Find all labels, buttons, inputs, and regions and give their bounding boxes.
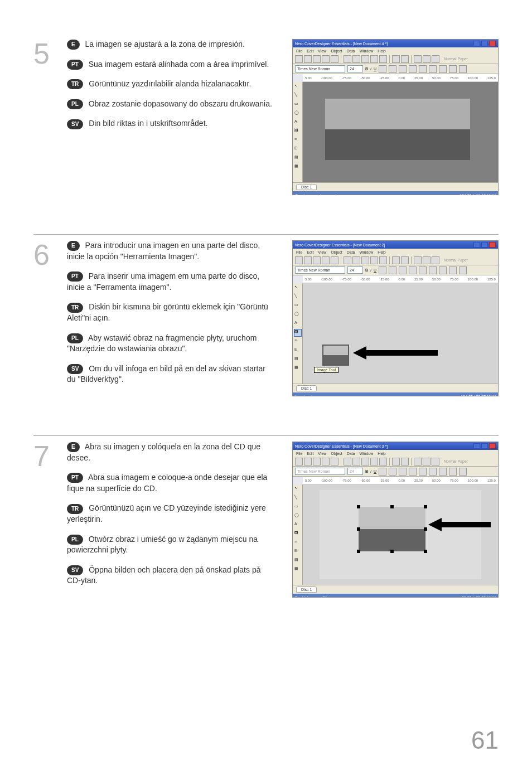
grid-tool-icon[interactable]: ▦ <box>294 163 302 171</box>
group-icon[interactable] <box>429 468 437 476</box>
line-tool-icon[interactable]: ╲ <box>294 494 302 502</box>
menu-view[interactable]: View <box>318 452 326 455</box>
redo-icon[interactable] <box>401 256 409 264</box>
menu-object[interactable]: Object <box>331 250 342 254</box>
props-icon[interactable] <box>423 256 431 264</box>
menu-object[interactable]: Object <box>331 49 342 53</box>
dup-icon[interactable] <box>379 55 387 63</box>
maximize-button[interactable] <box>481 242 488 248</box>
open-icon[interactable] <box>304 256 312 264</box>
tab-disc1[interactable]: Disc 1 <box>296 586 317 593</box>
field-tool-icon[interactable]: E <box>294 548 302 556</box>
help-icon[interactable] <box>414 458 422 465</box>
front-icon[interactable] <box>409 468 417 476</box>
text-tool-icon[interactable]: A <box>294 521 302 529</box>
placed-image[interactable] <box>359 507 425 551</box>
rect-tool-icon[interactable]: ▭ <box>294 302 302 310</box>
menu-view[interactable]: View <box>318 49 326 53</box>
menu-data[interactable]: Data <box>347 49 355 53</box>
globe-icon[interactable] <box>331 458 338 465</box>
ellipse-tool-icon[interactable]: ◯ <box>294 311 302 319</box>
undo-icon[interactable] <box>392 458 400 465</box>
menu-window[interactable]: Window <box>359 49 373 53</box>
text-tool-icon[interactable]: A <box>294 320 302 328</box>
copy-icon[interactable] <box>352 256 360 264</box>
props-icon[interactable] <box>423 55 431 63</box>
minimize-button[interactable] <box>473 242 480 248</box>
brush-icon[interactable] <box>389 65 396 73</box>
image-tool-icon[interactable]: 🖼 <box>294 329 302 337</box>
minimize-button[interactable] <box>473 41 480 46</box>
canvas[interactable] <box>303 82 498 182</box>
menu-file[interactable]: File <box>296 49 302 53</box>
resize-handle[interactable] <box>424 527 427 531</box>
color-icon[interactable] <box>379 468 386 476</box>
group-icon[interactable] <box>429 266 437 274</box>
grid-tool-icon[interactable]: ▦ <box>294 365 302 372</box>
back-icon[interactable] <box>419 266 427 274</box>
grid-icon[interactable] <box>449 468 457 476</box>
grid-tool-icon[interactable]: ▦ <box>294 566 302 574</box>
ungroup-icon[interactable] <box>439 266 447 274</box>
help-icon[interactable] <box>414 256 422 264</box>
resize-handle[interactable] <box>357 550 360 553</box>
menu-help[interactable]: Help <box>378 452 385 455</box>
image-tool-icon[interactable]: 🖼 <box>294 128 302 135</box>
snap-icon[interactable] <box>459 266 467 274</box>
bold-icon[interactable]: B <box>365 268 368 272</box>
paste-icon[interactable] <box>361 458 369 465</box>
rect-tool-icon[interactable]: ▭ <box>294 101 302 109</box>
color-icon[interactable] <box>379 266 386 274</box>
text-tool-icon[interactable]: A <box>294 119 302 127</box>
ungroup-icon[interactable] <box>439 65 447 73</box>
brush-icon[interactable] <box>389 468 396 476</box>
resize-handle[interactable] <box>357 527 360 531</box>
globe-icon[interactable] <box>331 256 338 264</box>
brush-icon[interactable] <box>389 266 396 274</box>
snap-icon[interactable] <box>459 468 467 476</box>
paste-icon[interactable] <box>361 55 369 63</box>
minimize-button[interactable] <box>473 443 480 449</box>
group-icon[interactable] <box>429 65 437 73</box>
menu-edit[interactable]: Edit <box>307 452 313 455</box>
maximize-button[interactable] <box>481 443 488 449</box>
save-icon[interactable] <box>313 458 321 465</box>
track-tool-icon[interactable]: ▤ <box>294 154 302 162</box>
print-icon[interactable] <box>322 55 330 63</box>
field-tool-icon[interactable]: E <box>294 347 302 355</box>
print-icon[interactable] <box>322 458 330 465</box>
resize-handle[interactable] <box>390 550 394 553</box>
tab-disc1[interactable]: Disc 1 <box>296 385 317 391</box>
list-tool-icon[interactable]: ≡ <box>294 137 302 144</box>
open-icon[interactable] <box>304 458 312 465</box>
size-select[interactable]: 24 <box>347 266 363 274</box>
menu-file[interactable]: File <box>296 250 302 254</box>
size-select[interactable]: 24 <box>347 65 363 72</box>
globe-icon[interactable] <box>331 55 338 63</box>
menu-view[interactable]: View <box>318 250 326 254</box>
back-icon[interactable] <box>419 65 427 73</box>
delete-icon[interactable] <box>370 256 378 264</box>
copy-icon[interactable] <box>352 55 360 63</box>
save-icon[interactable] <box>313 55 321 63</box>
cd-surface[interactable] <box>320 490 481 579</box>
new-icon[interactable] <box>295 55 303 63</box>
delete-icon[interactable] <box>370 55 378 63</box>
font-select[interactable]: Times New Roman <box>295 266 345 274</box>
props-icon[interactable] <box>423 458 431 465</box>
undo-icon[interactable] <box>392 256 400 264</box>
title-bar[interactable]: Nero CoverDesigner Essentials - [New Doc… <box>293 442 498 450</box>
new-icon[interactable] <box>295 458 303 465</box>
menu-data[interactable]: Data <box>347 452 355 455</box>
delete-icon[interactable] <box>370 458 378 465</box>
redo-icon[interactable] <box>401 55 409 63</box>
dup-icon[interactable] <box>379 458 387 465</box>
menu-window[interactable]: Window <box>359 250 373 254</box>
close-button[interactable] <box>489 41 496 46</box>
grid-icon[interactable] <box>449 266 457 274</box>
list-tool-icon[interactable]: ≡ <box>294 539 302 547</box>
cut-icon[interactable] <box>344 55 351 63</box>
menu-file[interactable]: File <box>296 452 302 455</box>
italic-icon[interactable]: I <box>370 268 371 272</box>
copy-icon[interactable] <box>352 458 360 465</box>
